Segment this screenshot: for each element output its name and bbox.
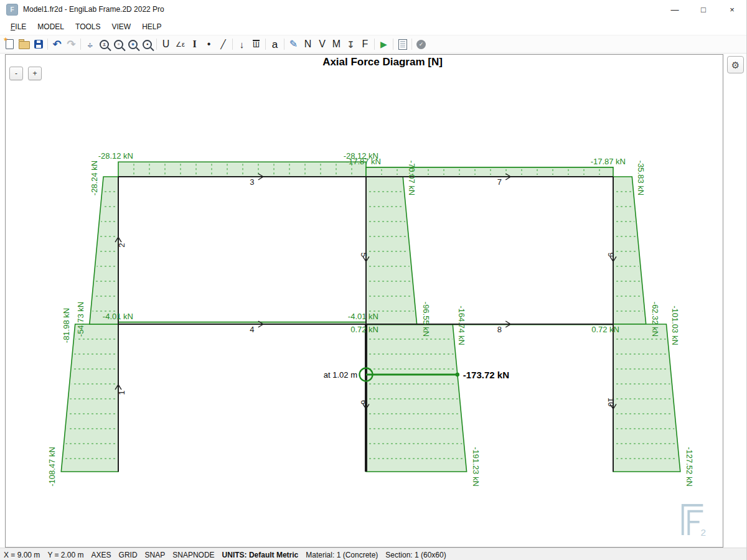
- engilab-watermark-logo: 2: [679, 501, 708, 538]
- axial-polygon-member-6[interactable]: [366, 324, 467, 472]
- element-load-icon[interactable]: Ш: [249, 37, 263, 52]
- report-icon[interactable]: [395, 37, 410, 52]
- redo-glyph: ↷: [67, 39, 75, 50]
- diagram-scale-increase-button[interactable]: +: [28, 67, 42, 80]
- menu-bar: FILEMODELTOOLSVIEWHELP: [0, 19, 746, 35]
- force-label: -70.07 kN: [407, 161, 416, 195]
- member-number: 3: [250, 177, 254, 187]
- dof-letter-u-icon[interactable]: U: [159, 37, 173, 52]
- view-settings-button[interactable]: ⚙: [727, 56, 744, 73]
- label-a-icon[interactable]: a: [268, 37, 282, 52]
- element-line-icon[interactable]: ╱: [216, 37, 230, 52]
- force-f-icon[interactable]: F: [358, 37, 372, 52]
- toolbar-separator: [374, 39, 375, 50]
- axial-polygon-member-2[interactable]: [90, 177, 118, 324]
- force-label: -108.47 kN: [47, 447, 57, 487]
- model-canvas[interactable]: -81.98 kN-108.47 kN1-28.24 kN-54.73 kN2-…: [5, 54, 723, 548]
- gear-icon[interactable]: ⚙: [728, 57, 743, 72]
- element-load-glyph: Ш: [253, 40, 260, 49]
- new-file-glyph: ★: [3, 36, 8, 42]
- force-label: -62.32 kN: [651, 302, 660, 337]
- toolbar: ★↶↷↔↕±▫●▪U∠εI•╱↓Шa✎NVM↧F▶✓: [0, 35, 746, 54]
- undo-icon[interactable]: ↶: [50, 37, 64, 52]
- axial-n-icon[interactable]: N: [301, 37, 315, 52]
- status-toggle-grid[interactable]: GRID: [119, 551, 138, 559]
- validate-check-icon[interactable]: ✓: [414, 37, 428, 52]
- window-controls: —□×: [660, 0, 746, 19]
- diagram-scale-decrease-button[interactable]: -: [9, 67, 23, 80]
- node-dot-icon[interactable]: •: [202, 37, 216, 52]
- section-i-icon[interactable]: I: [187, 37, 202, 52]
- close-button[interactable]: ×: [718, 0, 746, 19]
- zoom-window-glyph: ▫: [118, 42, 120, 47]
- diagram-svg: -81.98 kN-108.47 kN1-28.24 kN-54.73 kN2-…: [6, 55, 723, 547]
- axial-polygon-member-3[interactable]: [118, 162, 366, 177]
- zoom-window-glyph: ▫: [114, 40, 123, 49]
- status-toggle-axes[interactable]: AXES: [92, 551, 111, 559]
- zoom-node-glyph: ▪: [146, 42, 148, 47]
- force-label: -4.01 kN: [103, 312, 133, 321]
- zoom-extents-glyph: ●: [131, 42, 134, 47]
- element-line-glyph: ╱: [220, 40, 225, 49]
- moment-m-glyph: M: [332, 39, 341, 49]
- zoom-window-icon[interactable]: ▫: [111, 37, 126, 52]
- maximize-button[interactable]: □: [689, 0, 718, 19]
- shear-v-icon[interactable]: V: [315, 37, 329, 52]
- solve-run-glyph: ▶: [380, 40, 387, 49]
- save-icon[interactable]: [31, 37, 45, 52]
- redo-icon[interactable]: ↷: [64, 37, 78, 52]
- material-angle-icon[interactable]: ∠ε: [173, 37, 187, 52]
- axial-polygon-member-1[interactable]: [61, 324, 118, 472]
- reactions-icon[interactable]: ↧: [344, 37, 358, 52]
- zoom-in-out-icon[interactable]: ±: [97, 37, 111, 52]
- status-toggle-snapnode[interactable]: SNAPNODE: [172, 551, 214, 559]
- status-text: UNITS: Default Metric: [222, 551, 299, 559]
- menu-view[interactable]: VIEW: [106, 20, 137, 34]
- dof-letter-u-glyph: U: [162, 39, 170, 49]
- member-number: 1: [117, 391, 126, 395]
- open-file-glyph: [19, 41, 30, 49]
- force-label: 0.72 kN: [591, 325, 619, 334]
- title-bar: F Model1.fr2d - EngiLab Frame.2D 2022 Pr…: [0, 0, 746, 19]
- axial-polygon-member-9[interactable]: [613, 177, 646, 324]
- material-angle-glyph: ∠ε: [176, 41, 185, 48]
- member-number: 4: [250, 325, 254, 334]
- toolbar-separator: [232, 39, 233, 50]
- axial-polygon-member-5[interactable]: [366, 177, 417, 324]
- nodal-load-icon[interactable]: ↓: [235, 37, 249, 52]
- axial-polygon-member-10[interactable]: [613, 324, 680, 472]
- zoom-node-icon[interactable]: ▪: [140, 37, 154, 52]
- member-number: 7: [497, 177, 502, 187]
- pan-glyph: ↕: [88, 40, 92, 49]
- force-label: 0.72 kN: [350, 325, 378, 334]
- menu-help[interactable]: HELP: [136, 20, 167, 34]
- menu-file[interactable]: FILE: [5, 20, 32, 34]
- menu-tools[interactable]: TOOLS: [70, 20, 106, 34]
- nodal-load-glyph: ↓: [240, 40, 245, 49]
- force-label: -17.87 kN: [346, 157, 381, 166]
- zoom-extents-icon[interactable]: ●: [126, 37, 140, 52]
- edit-pencil-glyph: ✎: [289, 39, 298, 49]
- shear-v-glyph: V: [319, 39, 326, 49]
- force-label: -164.74 kN: [457, 306, 466, 345]
- force-label: -127.52 kN: [685, 447, 694, 487]
- toolbar-separator: [393, 39, 393, 50]
- force-label: -101.03 kN: [670, 306, 680, 345]
- pan-icon[interactable]: ↔↕: [83, 37, 97, 52]
- force-label: -54.73 kN: [76, 302, 85, 337]
- member-number: 2: [117, 243, 126, 248]
- moment-m-icon[interactable]: M: [329, 37, 344, 52]
- edit-pencil-icon[interactable]: ✎: [286, 37, 301, 52]
- axial-polygon-member-7[interactable]: [366, 167, 613, 177]
- status-toggle-snap[interactable]: SNAP: [145, 551, 166, 559]
- menu-model[interactable]: MODEL: [32, 20, 70, 34]
- status-text: Y = 2.00 m: [47, 551, 83, 559]
- toolbar-separator: [156, 39, 157, 50]
- minimize-button[interactable]: —: [660, 0, 689, 19]
- member-number: 8: [497, 325, 502, 334]
- solve-run-icon[interactable]: ▶: [377, 37, 391, 52]
- new-file-icon[interactable]: ★: [2, 37, 17, 52]
- force-label: -96.55 kN: [421, 302, 431, 337]
- open-file-icon[interactable]: [17, 37, 31, 52]
- force-label: -81.98 kN: [62, 308, 71, 343]
